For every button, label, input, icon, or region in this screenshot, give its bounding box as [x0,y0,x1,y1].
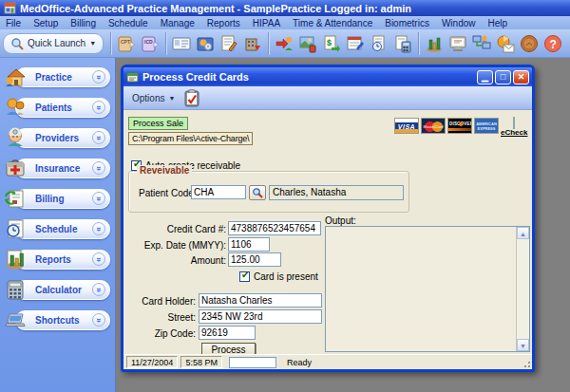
echeck-text: eCheck [501,128,527,137]
sidebar-item-reports[interactable]: Reports » [0,249,115,271]
chevron-expand-icon[interactable]: » [92,70,105,84]
document-calculator-icon[interactable] [391,31,414,56]
street-label: Street: [124,312,196,323]
visa-logo: VISA [394,118,419,134]
document-clock-icon[interactable] [368,31,390,56]
reports-chart-icon[interactable] [423,31,446,56]
amex-text: AMERICAN EXPRESS [475,121,498,131]
discover-orange-dot [459,122,463,126]
sidebar-item-billing[interactable]: Billing » [0,188,115,211]
zip-code-input[interactable] [199,326,256,340]
help-icon[interactable]: ? [542,31,564,56]
sidebar-item-patients[interactable]: Patients » [0,97,115,120]
sidebar-item-label: Reports [35,254,71,265]
patient-search-button[interactable] [249,185,266,200]
receivable-group-label: Reveivable [137,165,192,176]
card-holder-input[interactable] [199,293,322,308]
office-building-icon[interactable] [241,31,264,56]
menu-schedule[interactable]: Schedule [108,18,148,28]
zip-code-label: Zip Code: [124,328,196,339]
app-icon [4,2,16,14]
chevron-down-icon: ▼ [168,95,175,102]
menu-hipaa[interactable]: HIPAA [253,18,280,28]
toolbar-separator [268,32,269,55]
chevron-expand-icon[interactable]: » [92,101,105,114]
sidebar-item-insurance[interactable]: Insurance » [0,158,115,180]
calendar-pencil-icon[interactable] [344,31,367,56]
dialog-statusbar: 11/27/2004 5:58 PM Ready [124,354,532,369]
exp-date-label: Exp. Date (MMYY): [131,240,226,251]
card-logos: VISA MasterCard DISCOVER AMERICAN [394,118,527,137]
menu-billing[interactable]: Billing [70,18,96,28]
search-icon [10,37,24,50]
chevron-expand-icon[interactable]: » [92,252,105,266]
mdi-client-area: Process Credit Cards ▁ □ ✕ Options ▼ [116,58,570,392]
referral-person-icon[interactable] [273,31,295,56]
workstation-icon[interactable] [446,31,469,56]
menu-time-attendance[interactable]: Time & Attendance [293,18,372,28]
sidebar-item-providers[interactable]: Providers » [0,127,115,150]
menu-biometrics[interactable]: Biometrics [385,18,429,28]
card-present-checkbox[interactable] [239,271,250,282]
status-date: 11/27/2004 [126,356,178,368]
chevron-down-icon: ▼ [89,40,96,47]
echeck-logo: eCheck [501,118,527,137]
amount-input[interactable] [228,252,281,267]
penny-collections-icon[interactable] [518,31,541,56]
scroll-down-icon[interactable]: ▼ [517,339,529,351]
output-textarea[interactable]: ▲ ▼ [325,226,530,352]
minimize-button[interactable]: ▁ [477,70,493,84]
mastercard-logo: MasterCard [421,118,446,134]
menu-file[interactable]: File [6,18,21,28]
visa-gold-stripe [395,129,418,133]
icd-codes-icon[interactable]: ICD [139,31,162,56]
chevron-expand-icon[interactable]: » [92,192,105,205]
calculator-icon [4,278,28,302]
patient-id-card-icon[interactable] [170,31,193,56]
resize-grip[interactable] [522,359,531,368]
chevron-expand-icon[interactable]: » [92,283,105,296]
cpt-codes-icon[interactable]: CPT [115,31,138,56]
status-ready: Ready [287,358,312,367]
menu-help[interactable]: Help [487,18,507,28]
clipboard-check-icon[interactable] [183,89,200,107]
sidebar-item-practice[interactable]: Practice » [0,66,115,89]
exp-date-input[interactable] [228,237,270,252]
patient-code-input[interactable] [191,185,246,199]
chevron-expand-icon[interactable]: » [92,131,105,144]
maximize-button[interactable]: □ [495,70,511,84]
options-button[interactable]: Options ▼ [128,91,179,105]
chevron-expand-icon[interactable]: » [92,161,105,175]
menu-manage[interactable]: Manage [161,18,195,28]
payment-document-icon[interactable]: $ [320,31,343,56]
menu-window[interactable]: Window [442,18,476,28]
output-scrollbar[interactable]: ▲ ▼ [516,227,529,351]
quick-launch-button[interactable]: Quick Launch ▼ [3,33,104,54]
street-input[interactable] [199,309,322,324]
amex-logo: AMERICAN EXPRESS [474,118,499,134]
toolbar-separator [418,32,419,55]
patient-cd-icon[interactable] [194,31,217,56]
patients-people-icon [4,96,28,120]
claims-pie-mail-icon[interactable] [494,31,517,56]
amount-label: Amount: [131,255,226,266]
dialog-titlebar[interactable]: Process Credit Cards ▁ □ ✕ [124,67,532,86]
sidebar-item-schedule[interactable]: Schedule » [0,218,115,241]
app-title: MedOffice-Advanced Practice Management -… [20,3,411,14]
menu-reports[interactable]: Reports [207,18,240,28]
superbill-pencil-icon[interactable] [218,31,240,56]
chevron-expand-icon[interactable]: » [92,222,105,235]
scroll-up-icon[interactable]: ▲ [517,227,529,239]
options-label: Options [132,93,164,103]
toolbar-separator [110,32,111,55]
sidebar-item-shortcuts[interactable]: Shortcuts » [0,309,115,332]
network-users-icon[interactable] [470,31,493,56]
sidebar-item-calculator[interactable]: Calculator » [0,279,115,302]
credit-card-input[interactable] [228,221,321,235]
mastercard-text: MasterCard [422,124,445,129]
insurance-firstaid-icon [4,157,28,180]
chevron-expand-icon[interactable]: » [92,313,105,327]
close-button[interactable]: ✕ [513,70,529,84]
image-manager-icon[interactable] [296,31,319,56]
menu-setup[interactable]: Setup [33,18,58,28]
